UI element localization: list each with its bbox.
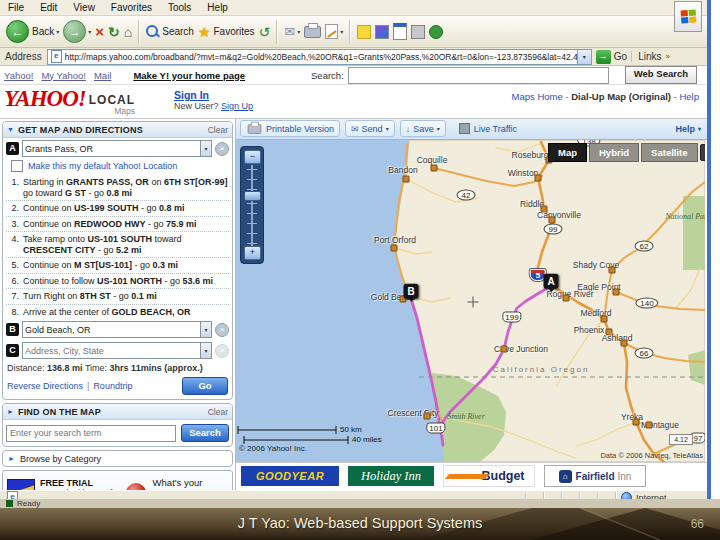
map-city-dot (535, 174, 542, 181)
web-search-button[interactable]: Web Search (625, 66, 697, 84)
map-canvas[interactable]: National ParkSmith River CoquilleBandonP… (236, 140, 705, 462)
send-button[interactable]: ✉ Send▾ (345, 120, 395, 137)
reverse-directions-link[interactable]: Reverse Directions (7, 381, 83, 391)
nav-separator: - (674, 91, 677, 102)
sign-up-link[interactable]: Sign Up (221, 101, 253, 111)
browse-by-category[interactable]: ► Browse by Category (2, 450, 233, 467)
destination-dropdown-icon[interactable]: ▾ (200, 321, 212, 338)
links-toolbar[interactable]: Links » (631, 51, 670, 62)
map-city-dot (613, 288, 620, 295)
collapse-arrow-icon[interactable]: ▼ (7, 126, 14, 133)
zoom-slider-track[interactable] (251, 165, 253, 247)
yahoo-search-input[interactable] (348, 67, 609, 84)
security-addon-icon[interactable] (411, 25, 425, 39)
edit-dropdown-icon[interactable]: ▾ (340, 28, 343, 35)
destination-input[interactable] (22, 321, 200, 338)
printable-version-button[interactable]: Printable Version (240, 120, 340, 137)
make-homepage-link[interactable]: Make Y! your home page (133, 70, 245, 81)
help-link[interactable]: Help (679, 91, 699, 102)
stop-c-input[interactable] (22, 342, 200, 359)
menu-view[interactable]: View (65, 2, 103, 13)
fairfield-inn-ad[interactable]: ⌂ Fairfield Inn (544, 465, 646, 487)
default-location-checkbox[interactable] (11, 160, 23, 172)
background-app-statusbar: Ready (0, 499, 720, 508)
stop-button[interactable]: × (95, 23, 104, 40)
favorites-button[interactable]: ★ Favorites (198, 24, 255, 40)
mail-button[interactable]: ✉ ▾ (284, 24, 300, 39)
sidebar-ad[interactable]: FREE TRIAL TRY Blockbuster for FREE! Wha… (2, 470, 233, 490)
zoom-slider-handle[interactable] (244, 191, 261, 201)
view-switcher-close-icon[interactable]: × (700, 144, 705, 161)
hybrid-view-button[interactable]: Hybrid (589, 143, 639, 162)
maps-home-link[interactable]: Maps Home (512, 91, 563, 102)
stop-c-dropdown-icon[interactable]: ▾ (200, 342, 212, 359)
menu-help[interactable]: Help (199, 2, 236, 13)
mail-dropdown-icon[interactable]: ▾ (297, 28, 300, 35)
time-value: 3hrs 11mins (approx.) (110, 363, 203, 373)
go-directions-button[interactable]: Go (182, 377, 228, 395)
satellite-view-button[interactable]: Satellite (641, 143, 697, 162)
edit-button[interactable]: ▾ (325, 24, 343, 39)
home-button[interactable]: ⌂ (124, 24, 132, 40)
save-button[interactable]: ↓ Save▾ (400, 120, 446, 137)
dialup-map-link[interactable]: Dial-Up Map (Original) (571, 91, 671, 102)
print-button[interactable] (304, 26, 321, 38)
origin-clear-icon[interactable]: × (215, 142, 229, 156)
marker-b-badge: B (6, 323, 19, 336)
expand-arrow-icon[interactable]: ► (7, 408, 14, 415)
my-yahoo-link[interactable]: My Yahoo! (41, 70, 86, 81)
plugin-addon-icon[interactable] (429, 25, 443, 39)
map-help-button[interactable]: Help▾ (675, 124, 701, 134)
goodyear-ad[interactable]: GOODYEAR (241, 466, 339, 486)
address-input[interactable]: e http://maps.yahoo.com/broadband/?mvt=m… (47, 49, 578, 65)
messenger-addon-icon[interactable] (375, 25, 389, 39)
zoom-out-button[interactable]: − (244, 150, 261, 164)
address-dropdown-icon[interactable]: ▾ (578, 49, 592, 65)
forward-dropdown-icon[interactable]: ▾ (88, 28, 91, 35)
ad-blockbuster-link[interactable]: TRY Blockbuster for (40, 488, 126, 490)
map-city-dot (609, 266, 616, 273)
zoom-in-button[interactable]: + (244, 246, 261, 260)
find-search-button[interactable]: Search (181, 424, 229, 442)
origin-input[interactable] (22, 140, 200, 157)
live-traffic-toggle[interactable]: Live Traffic (459, 123, 517, 134)
yahoo-link[interactable]: Yahoo! (4, 70, 33, 81)
history-button[interactable]: ↺ (259, 24, 271, 40)
menu-edit[interactable]: Edit (32, 2, 65, 13)
stop-c-clear-icon: × (215, 344, 229, 358)
slide-footer: J T Yao: Web-based Support Systems 66 (0, 508, 720, 540)
go-button[interactable]: → Go (596, 50, 627, 64)
route-marker-B[interactable]: B (404, 283, 419, 298)
menu-favorites[interactable]: Favorites (103, 2, 160, 13)
map-view-button[interactable]: Map (548, 143, 587, 162)
roundtrip-link[interactable]: Roundtrip (93, 381, 132, 391)
route-marker-A[interactable]: A (544, 273, 559, 288)
menu-tools[interactable]: Tools (160, 2, 199, 13)
back-button[interactable]: ← Back ▾ (6, 20, 59, 43)
origin-row: A ▾ × (3, 138, 232, 159)
find-on-map-panel: ► FIND ON THE MAP Clear Search (2, 403, 233, 447)
find-search-input[interactable] (6, 425, 176, 442)
route-shield-66: 66 (635, 347, 654, 358)
forward-button[interactable]: → ▾ (63, 20, 91, 43)
notes-addon-icon[interactable] (357, 25, 371, 39)
mail-link[interactable]: Mail (94, 70, 111, 81)
destination-clear-icon[interactable]: × (215, 323, 229, 337)
menu-file[interactable]: File (0, 2, 32, 13)
origin-dropdown-icon[interactable]: ▾ (200, 140, 212, 157)
clear-link[interactable]: Clear (208, 407, 228, 417)
yahoo-local-logo[interactable]: YAHOO! LOCAL Maps (4, 87, 166, 115)
search-button[interactable]: Search (146, 25, 194, 38)
holiday-inn-ad[interactable]: Holiday Inn (348, 466, 434, 486)
clear-link[interactable]: Clear (208, 125, 228, 135)
dropdown-icon: ▾ (698, 125, 701, 132)
browser-window: File Edit View Favorites Tools Help ← Ba… (0, 0, 711, 499)
budget-ad[interactable]: Budget (443, 465, 535, 487)
sign-in-link[interactable]: Sign In (174, 89, 209, 101)
toolbar-separator (138, 20, 140, 44)
back-dropdown-icon[interactable]: ▾ (56, 28, 59, 35)
stop-c-row: C ▾ × (3, 340, 232, 361)
map-center-crosshair-icon (468, 296, 479, 307)
window-addon-icon[interactable] (393, 23, 407, 40)
refresh-button[interactable]: ↻ (108, 24, 120, 40)
